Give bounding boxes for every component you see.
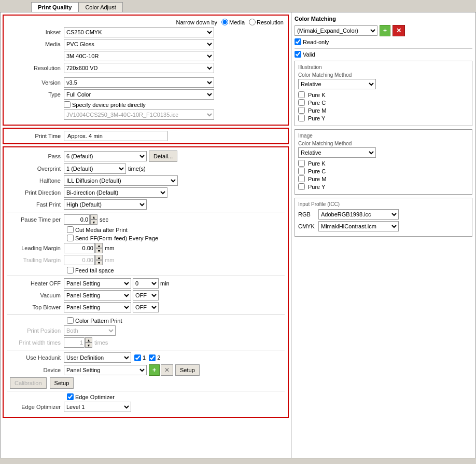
trailing-margin-down[interactable]: ▼ — [95, 260, 103, 265]
specify-device-label[interactable]: Specify device profile directly — [64, 101, 146, 108]
print-width-up[interactable]: ▲ — [85, 337, 92, 343]
heater-off-val-select[interactable]: 0 — [133, 278, 159, 289]
img-pure-c-check[interactable] — [298, 168, 305, 174]
media2-select[interactable]: 3M 40C-10R — [64, 51, 214, 61]
trailing-margin-input[interactable] — [64, 255, 95, 265]
media-select[interactable]: PVC Gloss — [64, 39, 214, 49]
halftone-select[interactable]: ILL Diffusion (Default) — [64, 175, 178, 186]
type-label: Type — [7, 91, 64, 98]
type-select[interactable]: Full Color — [64, 89, 214, 100]
profile-path-select[interactable]: JV1004CCS250_3M-40C-10R_F1C0135.icc — [64, 110, 214, 120]
color-pattern-checkbox[interactable] — [67, 317, 74, 324]
halftone-label: Halftone — [7, 178, 64, 184]
print-width-label: Print width times — [7, 339, 64, 346]
cm-profile-select[interactable]: (Mimaki_Expand_Color) — [295, 25, 377, 36]
cm-add-button[interactable]: + — [380, 25, 390, 36]
top-blower-select[interactable]: Panel Setting — [64, 302, 131, 312]
section-2: Pass 6 (Default) Detail... Overprint 1 (… — [3, 146, 289, 418]
ill-pure-k-check[interactable] — [298, 91, 305, 98]
cut-media-label[interactable]: Cut Media after Print — [67, 226, 128, 233]
inkset-select[interactable]: CS250 CMYK — [64, 27, 214, 37]
print-dir-select[interactable]: Bi-direction (Default) — [64, 187, 167, 198]
resolution-row: Resolution 720x600 VD — [7, 63, 285, 73]
resolution-radio-label[interactable]: Resolution — [249, 19, 284, 25]
vacuum-val-select[interactable]: OFF — [133, 290, 159, 301]
edge-optimizer-checkbox[interactable] — [67, 393, 74, 400]
img-method-select[interactable]: Relative — [298, 147, 376, 158]
print-dir-row: Print Direction Bi-direction (Default) — [7, 187, 285, 198]
leading-margin-input[interactable] — [64, 243, 95, 253]
overprint-select[interactable]: 1 (Default) — [64, 163, 126, 174]
detail-button[interactable]: Detail... — [149, 151, 177, 162]
calibration-setup-button[interactable]: Setup — [50, 377, 74, 389]
feed-tail-label[interactable]: Feed tail space — [67, 267, 114, 274]
cm-del-button[interactable]: ✕ — [393, 25, 405, 36]
img-pure-m-check[interactable] — [298, 175, 305, 182]
pause-time-down[interactable]: ▼ — [90, 220, 97, 225]
color-pattern-label[interactable]: Color Pattern Print — [67, 317, 122, 324]
device-setup-button[interactable]: Setup — [175, 364, 200, 376]
rgb-select[interactable]: AdobeRGB1998.icc — [318, 209, 399, 220]
headunit-check2[interactable] — [149, 354, 156, 361]
feed-tail-text: Feed tail space — [75, 267, 114, 274]
color-matching-section: Color Matching (Mimaki_Expand_Color) + ✕… — [295, 16, 472, 237]
cut-media-checkbox[interactable] — [67, 226, 74, 233]
pause-time-up[interactable]: ▲ — [90, 214, 97, 220]
pass-select[interactable]: 6 (Default) — [64, 151, 147, 161]
img-pure-k-check[interactable] — [298, 160, 305, 167]
tab-color-adjust[interactable]: Color Adjust — [78, 2, 122, 12]
specify-device-row: Specify device profile directly — [7, 101, 285, 108]
resolution-radio[interactable] — [249, 19, 256, 25]
device-select[interactable]: Panel Setting — [64, 365, 147, 375]
valid-label[interactable]: Valid — [295, 51, 315, 58]
ill-pure-m-check[interactable] — [298, 107, 305, 114]
pass-label: Pass — [7, 153, 64, 159]
edge-optimizer-check-label[interactable]: Edge Optimizer — [67, 393, 115, 400]
leading-margin-down[interactable]: ▼ — [95, 248, 103, 253]
illustration-group: Illustration Color Matching Method Relat… — [295, 61, 472, 126]
feed-tail-checkbox[interactable] — [67, 267, 74, 274]
trailing-margin-up[interactable]: ▲ — [95, 255, 103, 260]
media-radio[interactable] — [221, 19, 228, 25]
media-radio-label[interactable]: Media — [221, 19, 245, 25]
fast-print-select[interactable]: High (Default) — [64, 199, 147, 210]
ill-pure-y-check[interactable] — [298, 115, 305, 121]
resolution-select[interactable]: 720x600 VD — [64, 63, 214, 73]
ill-pure-c-check[interactable] — [298, 99, 305, 106]
edge-optimizer-row: Edge Optimizer Level 1 — [7, 402, 285, 412]
color-pattern-row: Color Pattern Print — [7, 317, 285, 324]
valid-row: Valid — [295, 51, 472, 58]
heater-off-select[interactable]: Panel Setting — [64, 278, 131, 289]
leading-margin-up[interactable]: ▲ — [95, 243, 103, 248]
use-headunit-select[interactable]: User Definition — [64, 352, 131, 363]
img-method-label: Color Matching Method — [298, 141, 469, 146]
device-del-button[interactable]: ✕ — [161, 364, 173, 376]
cmyk-select[interactable]: MimakiHiContrast.icm — [318, 221, 399, 231]
valid-checkbox[interactable] — [295, 51, 301, 58]
device-add-button[interactable]: + — [149, 364, 160, 376]
specify-device-checkbox[interactable] — [64, 101, 71, 108]
send-ff-checkbox[interactable] — [67, 235, 74, 241]
print-position-select[interactable]: Both — [64, 325, 116, 336]
top-blower-val-select[interactable]: OFF — [133, 302, 159, 312]
edge-optimizer-select[interactable]: Level 1 — [64, 402, 131, 412]
readonly-label[interactable]: Read-only — [295, 38, 329, 45]
print-width-input[interactable] — [64, 337, 85, 348]
readonly-checkbox[interactable] — [295, 38, 301, 45]
right-panel: 3 Color Matching (Mimaki_Expand_Color) +… — [291, 12, 475, 458]
tab-print-quality[interactable]: Print Quality — [31, 2, 78, 12]
vacuum-select[interactable]: Panel Setting — [64, 290, 131, 301]
version-select[interactable]: v3.5 — [64, 77, 214, 88]
pause-time-input[interactable]: 0.0 — [64, 214, 90, 225]
version-label: Version — [7, 79, 64, 86]
check2-label[interactable]: 2 — [149, 354, 160, 361]
calibration-button[interactable]: Calibration — [10, 377, 47, 389]
img-pure-k-label: Pure K — [308, 160, 326, 167]
print-width-down[interactable]: ▼ — [85, 343, 92, 348]
ill-method-select[interactable]: Relative — [298, 79, 376, 89]
check1-label[interactable]: 1 — [134, 354, 146, 361]
print-width-row: Print width times ▲ ▼ times — [7, 337, 285, 348]
send-ff-label[interactable]: Send FF(Form-feed) Every Page — [67, 235, 158, 241]
img-pure-y-check[interactable] — [298, 183, 305, 190]
headunit-check1[interactable] — [134, 354, 141, 361]
